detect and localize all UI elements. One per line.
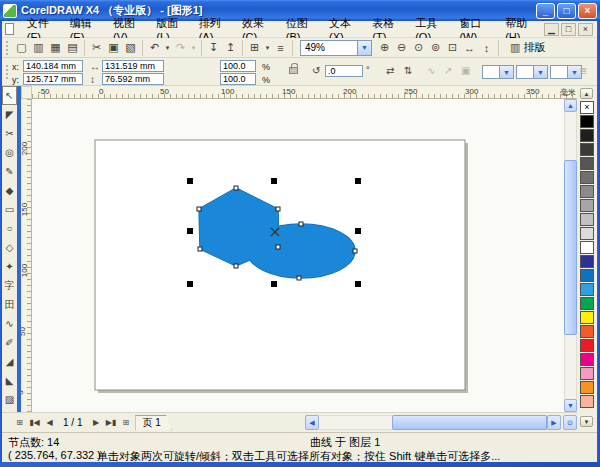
color-swatch[interactable] [580, 185, 594, 198]
curve-node[interactable] [234, 264, 238, 268]
paste-icon[interactable]: ▧ [122, 40, 139, 56]
color-swatch[interactable] [580, 367, 594, 380]
open-icon[interactable]: ▥ [30, 40, 47, 56]
close-button[interactable]: × [578, 3, 597, 19]
zoom-width-icon[interactable]: ↔ [461, 40, 478, 56]
object-width-field[interactable]: 131.519 mm [102, 60, 164, 72]
x-position-field[interactable]: 140.184 mm [23, 60, 83, 72]
rectangle-tool[interactable]: ▭ [2, 200, 17, 219]
basic-shapes-tool[interactable]: ✦ [2, 257, 17, 276]
selection-handle[interactable] [271, 178, 277, 184]
chevron-down-icon[interactable]: ▼ [357, 41, 371, 55]
curve-node[interactable] [353, 249, 357, 253]
zoom-selected-icon[interactable]: ⊙ [410, 40, 427, 56]
ruler-origin-button[interactable] [21, 86, 32, 99]
export-icon[interactable]: ↥ [222, 40, 239, 56]
color-swatch[interactable] [580, 297, 594, 310]
zoom-level-combobox[interactable]: 49% ▼ [300, 40, 372, 56]
scroll-left-icon[interactable]: ◀ [305, 415, 319, 430]
color-swatch[interactable] [580, 395, 594, 408]
color-swatch[interactable] [580, 241, 594, 254]
y-position-field[interactable]: 125.717 mm [23, 73, 83, 85]
object-properties-icon[interactable]: ≣ [579, 65, 587, 76]
selection-handle[interactable] [355, 178, 361, 184]
drawing-canvas[interactable] [32, 99, 564, 412]
arrow-end-selector[interactable]: ▼ [550, 65, 582, 79]
crop-tool[interactable]: ✂ [2, 124, 17, 143]
color-swatch[interactable] [580, 157, 594, 170]
mirror-vertical-icon[interactable]: ⇅ [404, 65, 412, 76]
color-swatch[interactable] [580, 339, 594, 352]
horizontal-scroll-thumb[interactable] [392, 415, 547, 430]
outline-tool[interactable]: ◢ [2, 352, 17, 371]
shape-tool[interactable]: ◤ [2, 105, 17, 124]
doc-close-icon[interactable]: × [578, 23, 593, 36]
palette-scroll-up-icon[interactable]: ▲ [580, 88, 593, 99]
line-style-selector[interactable]: ▼ [516, 65, 548, 79]
fill-tool[interactable]: ◣ [2, 371, 17, 390]
scroll-down-icon[interactable]: ▼ [564, 399, 577, 412]
propbar-grip[interactable] [6, 65, 9, 79]
curve-node[interactable] [198, 247, 202, 251]
first-page-icon[interactable]: ▮◀ [27, 415, 42, 430]
color-swatch[interactable] [580, 353, 594, 366]
toolbar-grip[interactable] [6, 41, 9, 55]
color-swatch[interactable] [580, 381, 594, 394]
text-tool[interactable]: 字 [2, 276, 17, 295]
color-swatch[interactable] [580, 213, 594, 226]
object-height-field[interactable]: 76.592 mm [102, 73, 164, 85]
scale-horizontal-field[interactable]: 100.0 [220, 60, 256, 72]
pick-tool[interactable]: ↖ [2, 86, 17, 105]
last-page-icon[interactable]: ▶▮ [103, 415, 118, 430]
welded-shape-ellipse-fill[interactable] [247, 224, 355, 278]
smart-fill-tool[interactable]: ◆ [2, 181, 17, 200]
arrow-start-selector[interactable]: ▼ [482, 65, 514, 79]
selection-handle[interactable] [187, 178, 193, 184]
color-swatch[interactable] [580, 255, 594, 268]
doc-minimize-icon[interactable]: ▁ [544, 23, 559, 36]
maximize-button[interactable]: □ [557, 3, 576, 19]
import-icon[interactable]: ↧ [205, 40, 222, 56]
selection-handle[interactable] [187, 228, 193, 234]
color-swatch[interactable] [580, 171, 594, 184]
color-swatch[interactable] [580, 269, 594, 282]
add-page-front-icon[interactable]: ⊞ [12, 415, 27, 430]
cut-icon[interactable]: ✂ [88, 40, 105, 56]
zoom-out-icon[interactable]: ⊖ [393, 40, 410, 56]
prev-page-icon[interactable]: ◀ [42, 415, 57, 430]
selection-handle[interactable] [271, 281, 277, 287]
color-swatch[interactable] [580, 311, 594, 324]
palette-scroll-down-icon[interactable]: ▼ [580, 416, 593, 427]
polygon-tool[interactable]: ◇ [2, 238, 17, 257]
scroll-right-icon[interactable]: ▶ [547, 415, 561, 430]
launcher-dropdown-icon[interactable]: ▾ [263, 40, 272, 56]
color-swatch[interactable] [580, 227, 594, 240]
chevron-down-icon[interactable]: ▼ [533, 66, 547, 78]
ellipse-tool[interactable]: ○ [2, 219, 17, 238]
scroll-up-icon[interactable]: ▲ [564, 99, 577, 112]
color-swatch[interactable] [580, 115, 594, 128]
layout-button[interactable]: ▥ 排版 [505, 39, 550, 57]
horizontal-ruler[interactable]: 毫米 -50050100150200250300350 [32, 86, 578, 99]
interactive-fill-tool[interactable]: ▨ [2, 390, 17, 409]
application-launcher-icon[interactable]: ⊞ [246, 40, 263, 56]
no-color-swatch[interactable]: × [580, 101, 594, 114]
color-swatch[interactable] [580, 325, 594, 338]
zoom-all-icon[interactable]: ⊚ [427, 40, 444, 56]
mirror-horizontal-icon[interactable]: ⇄ [386, 65, 394, 76]
curve-node[interactable] [197, 207, 201, 211]
color-swatch[interactable] [580, 199, 594, 212]
copy-icon[interactable]: ▣ [105, 40, 122, 56]
zoom-page-icon[interactable]: ⊡ [444, 40, 461, 56]
curve-node[interactable] [299, 222, 303, 226]
save-icon[interactable]: ▦ [47, 40, 64, 56]
new-document-icon[interactable]: ▢ [13, 40, 30, 56]
curve-node[interactable] [234, 186, 238, 190]
doc-restore-icon[interactable]: □ [561, 23, 576, 36]
lock-ratio-icon[interactable] [289, 67, 298, 74]
selection-handle[interactable] [355, 281, 361, 287]
add-page-back-icon[interactable]: ⊞ [118, 415, 133, 430]
curve-node[interactable] [297, 276, 301, 280]
freehand-tool[interactable]: ✎ [2, 162, 17, 181]
print-icon[interactable]: ▤ [64, 40, 81, 56]
